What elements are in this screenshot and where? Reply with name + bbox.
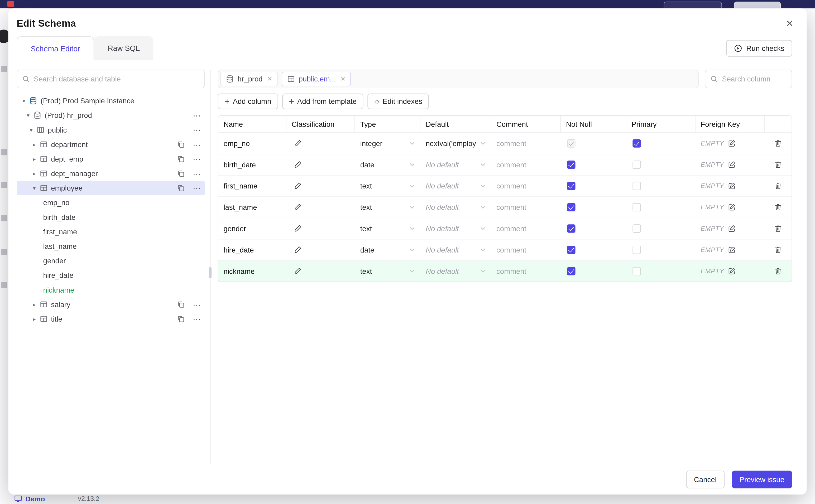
- copy-icon[interactable]: [177, 155, 185, 163]
- demo-link[interactable]: Demo: [14, 495, 45, 503]
- foreign-key-cell[interactable]: EMPTY: [696, 176, 765, 196]
- edit-icon[interactable]: [728, 267, 736, 275]
- run-checks-button[interactable]: Run checks: [726, 40, 792, 57]
- topbar-button[interactable]: [664, 2, 722, 8]
- classification-cell[interactable]: [286, 239, 355, 260]
- pencil-icon[interactable]: [293, 182, 302, 190]
- tree-item-prod-prod-sample-instance[interactable]: ▾(Prod) Prod Sample Instance: [17, 94, 205, 108]
- preview-issue-button[interactable]: Preview issue: [732, 471, 792, 488]
- comment-input[interactable]: comment: [491, 154, 561, 175]
- pencil-icon[interactable]: [293, 139, 302, 148]
- app-logo[interactable]: [7, 1, 14, 7]
- primary-checkbox[interactable]: [633, 203, 641, 212]
- pencil-icon[interactable]: [293, 224, 302, 233]
- classification-cell[interactable]: [286, 218, 355, 239]
- pencil-icon[interactable]: [293, 203, 302, 212]
- not-null-checkbox[interactable]: [567, 182, 576, 190]
- primary-checkbox[interactable]: [633, 161, 641, 169]
- classification-cell[interactable]: [286, 197, 355, 218]
- caret-right-icon[interactable]: ▸: [30, 156, 38, 162]
- tree-column-birth-date[interactable]: birth_date: [17, 210, 205, 224]
- not-null-checkbox[interactable]: [567, 267, 576, 275]
- delete-column-icon[interactable]: [774, 224, 782, 233]
- caret-down-icon[interactable]: ▾: [20, 98, 28, 104]
- default-select[interactable]: No default: [421, 261, 491, 282]
- default-select[interactable]: No default: [421, 176, 491, 196]
- delete-column-icon[interactable]: [774, 203, 782, 212]
- comment-input[interactable]: comment: [491, 197, 561, 218]
- classification-cell[interactable]: [286, 133, 355, 154]
- edit-icon[interactable]: [728, 224, 736, 233]
- classification-cell[interactable]: [286, 176, 355, 196]
- type-select[interactable]: text: [355, 176, 421, 196]
- column-name-cell[interactable]: gender: [218, 218, 286, 239]
- caret-right-icon[interactable]: ▸: [30, 171, 38, 176]
- caret-right-icon[interactable]: ▸: [30, 302, 38, 307]
- copy-icon[interactable]: [177, 140, 185, 149]
- more-icon[interactable]: ⋯: [193, 140, 201, 148]
- tree-item-dept-manager[interactable]: ▸dept_manager⋯: [17, 166, 205, 181]
- foreign-key-cell[interactable]: EMPTY: [696, 197, 765, 218]
- foreign-key-cell[interactable]: EMPTY: [696, 218, 765, 239]
- delete-column-icon[interactable]: [774, 267, 782, 275]
- edit-icon[interactable]: [728, 246, 736, 254]
- default-select[interactable]: No default: [421, 239, 491, 260]
- tree-column-nickname[interactable]: nickname: [17, 283, 205, 297]
- foreign-key-cell[interactable]: EMPTY: [696, 133, 765, 154]
- chip-hr-prod[interactable]: hr_prod ×: [220, 72, 277, 86]
- cancel-button[interactable]: Cancel: [686, 471, 724, 488]
- more-icon[interactable]: ⋯: [193, 112, 201, 119]
- pencil-icon[interactable]: [293, 161, 302, 169]
- primary-checkbox[interactable]: [633, 182, 641, 190]
- comment-input[interactable]: comment: [491, 218, 561, 239]
- type-select[interactable]: text: [355, 218, 421, 239]
- copy-icon[interactable]: [177, 315, 185, 323]
- caret-down-icon[interactable]: ▾: [24, 113, 32, 118]
- edit-icon[interactable]: [728, 203, 736, 212]
- caret-down-icon[interactable]: ▾: [30, 185, 38, 191]
- copy-icon[interactable]: [177, 184, 185, 192]
- add-from-template-button[interactable]: + Add from template: [282, 94, 363, 109]
- tree-column-last-name[interactable]: last_name: [17, 239, 205, 254]
- tree-item-employee[interactable]: ▾employee⋯: [17, 181, 205, 195]
- column-name-cell[interactable]: hire_date: [218, 239, 286, 260]
- tree-item-title[interactable]: ▸title⋯: [17, 312, 205, 326]
- tree-column-first-name[interactable]: first_name: [17, 224, 205, 239]
- type-select[interactable]: integer: [355, 133, 421, 154]
- delete-column-icon[interactable]: [774, 182, 782, 190]
- caret-right-icon[interactable]: ▸: [30, 142, 38, 147]
- not-null-checkbox[interactable]: [567, 203, 576, 212]
- primary-checkbox[interactable]: [633, 267, 641, 275]
- not-null-checkbox[interactable]: [567, 161, 576, 169]
- delete-column-icon[interactable]: [774, 139, 782, 148]
- column-name-cell[interactable]: nickname: [218, 261, 286, 282]
- pencil-icon[interactable]: [293, 267, 302, 275]
- tree-item-salary[interactable]: ▸salary⋯: [17, 297, 205, 312]
- comment-input[interactable]: comment: [491, 133, 561, 154]
- comment-input[interactable]: comment: [491, 261, 561, 282]
- more-icon[interactable]: ⋯: [193, 301, 201, 308]
- delete-column-icon[interactable]: [774, 161, 782, 169]
- comment-input[interactable]: comment: [491, 239, 561, 260]
- delete-column-icon[interactable]: [774, 246, 782, 254]
- column-name-cell[interactable]: last_name: [218, 197, 286, 218]
- column-name-cell[interactable]: birth_date: [218, 154, 286, 175]
- tree-item-public[interactable]: ▾public⋯: [17, 123, 205, 137]
- default-select[interactable]: nextval('employ: [421, 133, 491, 154]
- caret-right-icon[interactable]: ▸: [30, 316, 38, 322]
- classification-cell[interactable]: [286, 154, 355, 175]
- tree-column-hire-date[interactable]: hire_date: [17, 268, 205, 283]
- pencil-icon[interactable]: [293, 246, 302, 254]
- tree-item-dept-emp[interactable]: ▸dept_emp⋯: [17, 152, 205, 166]
- primary-checkbox[interactable]: [633, 246, 641, 254]
- close-icon[interactable]: ×: [340, 75, 345, 83]
- tab-schema-editor[interactable]: Schema Editor: [17, 36, 94, 60]
- more-icon[interactable]: ⋯: [193, 315, 201, 323]
- default-select[interactable]: No default: [421, 218, 491, 239]
- foreign-key-cell[interactable]: EMPTY: [696, 261, 765, 282]
- add-column-button[interactable]: + Add column: [218, 94, 278, 109]
- column-name-cell[interactable]: emp_no: [218, 133, 286, 154]
- primary-checkbox[interactable]: [633, 139, 641, 148]
- tree-item-prod-hr-prod[interactable]: ▾(Prod) hr_prod⋯: [17, 108, 205, 123]
- type-select[interactable]: date: [355, 239, 421, 260]
